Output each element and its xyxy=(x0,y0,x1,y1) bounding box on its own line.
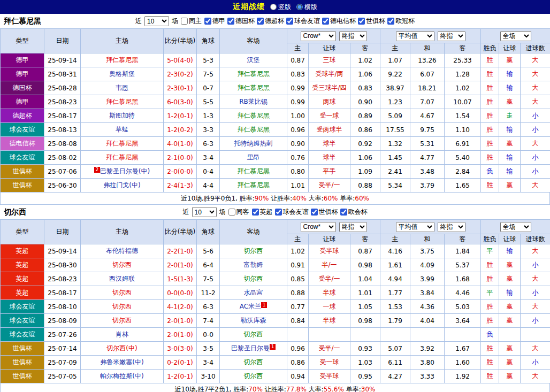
away-team-link[interactable]: 拜仁慕尼黑 xyxy=(238,70,270,78)
match-count-select[interactable]: 10 xyxy=(192,207,217,217)
league-filter-option[interactable]: 球会友谊 xyxy=(286,17,320,26)
league-filters: 英超球会友谊世俱杯欧会杯 xyxy=(252,207,368,217)
result-outcome: 胜 xyxy=(481,342,499,356)
league-filter-option[interactable]: 欧冠杯 xyxy=(387,17,415,26)
home-team-link[interactable]: 切尔西(中) xyxy=(106,344,137,352)
away-team-link[interactable]: 托特纳姆热刺 xyxy=(234,140,273,147)
league-checkbox[interactable] xyxy=(322,18,329,25)
home-team-link[interactable]: 拜仁慕尼黑 xyxy=(106,98,138,105)
league-checkbox[interactable] xyxy=(387,18,394,25)
euro-average-select[interactable]: 平均值 xyxy=(396,31,434,41)
score: 4-1(2-0) xyxy=(164,300,197,314)
away-team-link[interactable]: 里昂 xyxy=(247,153,260,161)
result-outcome: 胜 xyxy=(481,109,499,123)
euro-time-select[interactable]: 终指 xyxy=(438,222,465,232)
away-team-link[interactable]: 切尔西 xyxy=(244,372,263,380)
home-team-link[interactable]: 肖林 xyxy=(116,330,128,338)
summary-segment: 让胜率: xyxy=(269,194,292,203)
horizontal-layout-radio[interactable] xyxy=(296,4,303,10)
home-team-link[interactable]: 切尔西 xyxy=(112,289,132,296)
odds-company-select[interactable]: Crow* xyxy=(301,222,336,232)
away-team-link[interactable]: 拜仁慕尼黑 xyxy=(238,167,270,175)
home-team-cell: 切尔西(中) xyxy=(81,342,164,356)
home-team-link[interactable]: 拜仁慕尼黑 xyxy=(106,153,138,161)
corners: 3-4 xyxy=(197,356,220,370)
away-team-link[interactable]: 拜仁慕尼黑 xyxy=(238,84,270,91)
league-checkbox[interactable] xyxy=(311,209,318,216)
away-team-link[interactable]: 切尔西 xyxy=(244,358,263,366)
euro-average-select[interactable]: 平均值 xyxy=(396,222,434,232)
league-filter-option[interactable]: 德国杯 xyxy=(227,17,255,26)
league-checkbox[interactable] xyxy=(275,209,282,216)
league-filter-option[interactable]: 欧会杯 xyxy=(340,207,368,217)
away-team-link[interactable]: 水晶宫 xyxy=(244,289,263,296)
away-team-link[interactable]: 勒沃库森 xyxy=(241,317,266,324)
match-count-select[interactable]: 10 xyxy=(144,16,169,26)
home-team-link[interactable]: 韦恩 xyxy=(116,84,128,91)
summary-segment: 单率: xyxy=(344,385,361,392)
same-venue-checkbox[interactable] xyxy=(228,209,235,216)
score: 1-2(0-1) xyxy=(164,370,197,383)
asian-home-odds: 1.00 xyxy=(287,109,309,123)
home-team-link[interactable]: 西汉姆联 xyxy=(109,275,135,282)
odds-time-select[interactable]: 终指 xyxy=(339,222,367,232)
same-venue-option[interactable]: 同客 xyxy=(228,207,249,217)
home-team-link[interactable]: 切尔西 xyxy=(112,317,132,324)
home-team-link[interactable]: 帕尔梅拉斯(中) xyxy=(100,372,143,380)
away-team-link[interactable]: 巴黎圣日尔曼1 xyxy=(231,344,276,352)
away-team-link[interactable]: 拜仁慕尼黑 xyxy=(238,112,270,119)
home-team-link[interactable]: 拜仁慕尼黑 xyxy=(106,56,138,64)
home-team-link[interactable]: 布伦特福德 xyxy=(106,247,138,255)
away-team-link[interactable]: 切尔西 xyxy=(244,330,263,338)
odds-time-select[interactable]: 终指 xyxy=(339,31,367,41)
away-team-link[interactable]: RB莱比锡 xyxy=(239,98,268,105)
asian-home-odds: 0.96 xyxy=(287,123,309,137)
league-filter-option[interactable]: 德超杯 xyxy=(257,17,284,26)
home-team-link[interactable]: 奥格斯堡 xyxy=(109,70,135,78)
league-checkbox[interactable] xyxy=(358,18,365,25)
league-checkbox[interactable] xyxy=(204,18,211,25)
scope-select[interactable]: 全场 xyxy=(500,31,531,41)
vertical-layout-radio[interactable] xyxy=(270,4,277,10)
away-team-link[interactable]: 拜仁慕尼黑 xyxy=(238,126,270,133)
league-filter-option[interactable]: 英超 xyxy=(252,207,273,217)
away-team-link[interactable]: AC米兰1 xyxy=(240,303,267,310)
league-filter-option[interactable]: 德甲 xyxy=(204,17,225,26)
league-filter-option[interactable]: 球会友谊 xyxy=(275,207,309,217)
away-team-link[interactable]: 拜仁慕尼黑 xyxy=(238,181,270,189)
home-team-link[interactable]: 弗鲁米嫩塞(中) xyxy=(100,358,143,366)
league-checkbox[interactable] xyxy=(227,18,234,25)
home-team-link[interactable]: 草蜢 xyxy=(116,126,128,133)
league-filter-option[interactable]: 世俱杯 xyxy=(358,17,385,26)
match-row: 德甲25-09-14拜仁慕尼黑5-0(4-0)5-3汉堡0.87三球1.021.… xyxy=(1,53,550,67)
asian-handicap: 球半 xyxy=(309,151,350,165)
away-team-link[interactable]: 切尔西 xyxy=(244,275,263,282)
league-filter-option[interactable]: 德电信杯 xyxy=(322,17,356,26)
layout-option-vertical[interactable]: 竖版 xyxy=(270,3,291,12)
home-team-link[interactable]: 斯图加特 xyxy=(109,112,135,119)
scope-select[interactable]: 全场 xyxy=(500,222,531,232)
league-checkbox[interactable] xyxy=(252,209,259,216)
layout-option-horizontal[interactable]: 横版 xyxy=(296,3,317,12)
home-team-link[interactable]: 2巴黎圣日尔曼(中) xyxy=(94,167,150,175)
euro-time-select[interactable]: 终指 xyxy=(438,31,465,41)
same-venue-checkbox[interactable] xyxy=(181,18,188,25)
home-team-link[interactable]: 拜仁慕尼黑 xyxy=(106,140,138,147)
away-team-cell: 切尔西 xyxy=(220,272,287,286)
odds-company-select[interactable]: Crow* xyxy=(301,31,336,41)
score: 2-3(0-1) xyxy=(164,81,197,95)
league-type-badge: 球会友谊 xyxy=(1,328,44,342)
league-checkbox[interactable] xyxy=(257,18,264,25)
home-team-link[interactable]: 切尔西 xyxy=(112,261,132,268)
same-venue-option[interactable]: 同主 xyxy=(181,17,202,26)
away-team-link[interactable]: 富勒姆 xyxy=(244,261,263,268)
league-checkbox[interactable] xyxy=(286,18,293,25)
asian-away-odds: 0.98 xyxy=(350,258,380,272)
euro-away-odds xyxy=(445,328,481,342)
league-filter-option[interactable]: 世俱杯 xyxy=(311,207,338,217)
home-team-link[interactable]: 弗拉门戈(中) xyxy=(103,181,140,189)
away-team-link[interactable]: 切尔西 xyxy=(244,247,263,255)
home-team-link[interactable]: 切尔西 xyxy=(112,303,132,310)
away-team-link[interactable]: 汉堡 xyxy=(247,56,260,64)
league-checkbox[interactable] xyxy=(340,209,347,216)
